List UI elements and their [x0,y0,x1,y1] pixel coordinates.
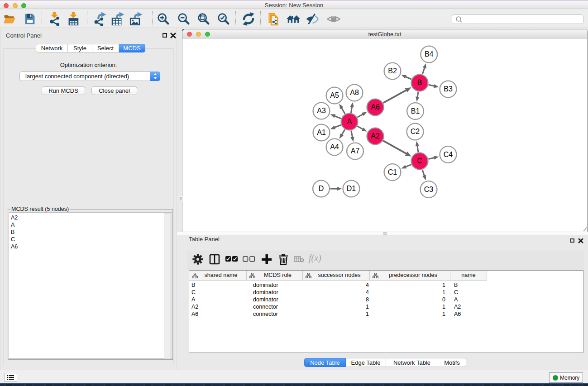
svg-text:B3: B3 [444,85,453,93]
svg-text:C2: C2 [411,128,420,135]
svg-text:A8: A8 [350,89,359,96]
svg-text:D: D [319,185,324,192]
svg-text:B1: B1 [411,107,420,115]
svg-text:A3: A3 [317,107,326,114]
svg-text:A4: A4 [330,143,339,151]
svg-text:B4: B4 [425,50,434,58]
svg-text:B2: B2 [388,67,397,75]
svg-text:B: B [417,79,422,86]
svg-text:A6: A6 [371,103,380,111]
svg-text:D1: D1 [347,185,356,192]
svg-text:A5: A5 [330,91,339,99]
svg-text:C1: C1 [388,168,397,176]
svg-text:A1: A1 [317,129,326,136]
svg-text:A: A [347,118,352,125]
svg-text:A2: A2 [371,132,380,140]
svg-text:C: C [417,157,422,165]
svg-text:C4: C4 [444,151,453,158]
svg-text:A7: A7 [351,147,360,155]
svg-text:C3: C3 [424,186,434,193]
